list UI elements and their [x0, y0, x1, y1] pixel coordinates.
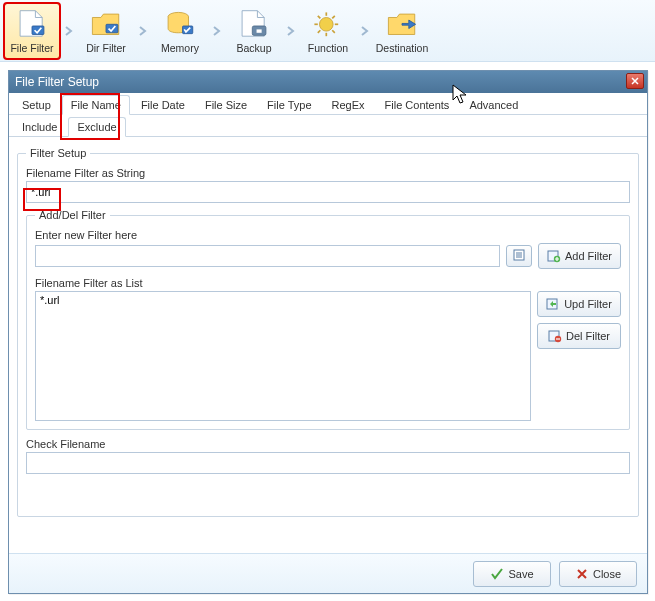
svg-rect-5 [257, 30, 262, 33]
subtab-exclude[interactable]: Exclude [68, 117, 125, 137]
workflow-toolbar: File Filter Dir Filter Memory Backup Fun… [0, 0, 655, 62]
tab-regex[interactable]: RegEx [323, 95, 374, 114]
browse-icon [513, 249, 525, 263]
destination-icon [385, 10, 419, 40]
tab-file-date[interactable]: File Date [132, 95, 194, 114]
add-del-fieldset: Add/Del Filter Enter new Filter here Add… [26, 209, 630, 430]
memory-icon [163, 10, 197, 40]
window-titlebar[interactable]: File Filter Setup [9, 71, 647, 93]
save-label: Save [508, 568, 533, 580]
svg-line-14 [332, 16, 335, 19]
upd-filter-button[interactable]: Upd Filter [537, 291, 621, 317]
close-icon [575, 567, 589, 581]
filter-setup-legend: Filter Setup [26, 147, 90, 159]
close-button[interactable]: Close [559, 561, 637, 587]
svg-rect-0 [32, 26, 44, 34]
check-filename-label: Check Filename [26, 438, 630, 450]
tb-destination[interactable]: Destination [374, 3, 430, 59]
tab-file-type[interactable]: File Type [258, 95, 320, 114]
add-filter-label: Add Filter [565, 250, 612, 262]
svg-line-13 [318, 30, 321, 33]
tab-file-size[interactable]: File Size [196, 95, 256, 114]
enter-new-filter-label: Enter new Filter here [35, 229, 621, 241]
arrow-icon [60, 3, 78, 59]
svg-rect-1 [106, 25, 118, 33]
list-item[interactable]: *.url [40, 294, 526, 306]
file-filter-setup-window: File Filter Setup Setup File Name File D… [8, 70, 648, 594]
add-filter-button[interactable]: Add Filter [538, 243, 621, 269]
arrow-icon [282, 3, 300, 59]
tb-filefilter[interactable]: File Filter [4, 3, 60, 59]
arrow-icon [356, 3, 374, 59]
window-body: Filter Setup Filename Filter as String A… [9, 137, 647, 553]
arrow-icon [208, 3, 226, 59]
tab-advanced[interactable]: Advanced [460, 95, 527, 114]
enter-new-filter-input[interactable] [35, 245, 500, 267]
check-filename-input[interactable] [26, 452, 630, 474]
tb-label: Function [308, 42, 348, 54]
window-footer: Save Close [9, 553, 647, 593]
window-close-button[interactable] [626, 73, 644, 89]
add-del-legend: Add/Del Filter [35, 209, 110, 221]
del-filter-button[interactable]: Del Filter [537, 323, 621, 349]
tab-file-contents[interactable]: File Contents [376, 95, 459, 114]
tb-label: Memory [161, 42, 199, 54]
save-button[interactable]: Save [473, 561, 551, 587]
delete-icon [548, 329, 562, 343]
filename-filter-string-label: Filename Filter as String [26, 167, 630, 179]
tb-backup[interactable]: Backup [226, 3, 282, 59]
del-filter-label: Del Filter [566, 330, 610, 342]
svg-point-6 [320, 18, 334, 32]
check-icon [490, 567, 504, 581]
browse-button[interactable] [506, 245, 532, 267]
tab-file-name[interactable]: File Name [62, 95, 130, 115]
tab-setup[interactable]: Setup [13, 95, 60, 114]
svg-line-12 [332, 30, 335, 33]
close-label: Close [593, 568, 621, 580]
window-title: File Filter Setup [15, 75, 99, 89]
svg-line-11 [318, 16, 321, 19]
tb-function[interactable]: Function [300, 3, 356, 59]
backup-icon [237, 10, 271, 40]
function-icon [311, 10, 345, 40]
file-filter-icon [15, 10, 49, 40]
filter-listbox[interactable]: *.url [35, 291, 531, 421]
tb-label: File Filter [10, 42, 53, 54]
filename-filter-list-label: Filename Filter as List [35, 277, 621, 289]
add-icon [547, 249, 561, 263]
update-icon [546, 297, 560, 311]
upd-filter-label: Upd Filter [564, 298, 612, 310]
filter-setup-fieldset: Filter Setup Filename Filter as String A… [17, 147, 639, 517]
tb-label: Destination [376, 42, 429, 54]
sub-tabs: Include Exclude [9, 115, 647, 137]
dir-filter-icon [89, 10, 123, 40]
tb-label: Backup [236, 42, 271, 54]
filename-filter-string-input[interactable] [26, 181, 630, 203]
tb-label: Dir Filter [86, 42, 126, 54]
subtab-include[interactable]: Include [13, 117, 66, 136]
main-tabs: Setup File Name File Date File Size File… [9, 93, 647, 115]
tb-dirfilter[interactable]: Dir Filter [78, 3, 134, 59]
mouse-cursor-icon [452, 84, 468, 106]
arrow-icon [134, 3, 152, 59]
tb-memory[interactable]: Memory [152, 3, 208, 59]
